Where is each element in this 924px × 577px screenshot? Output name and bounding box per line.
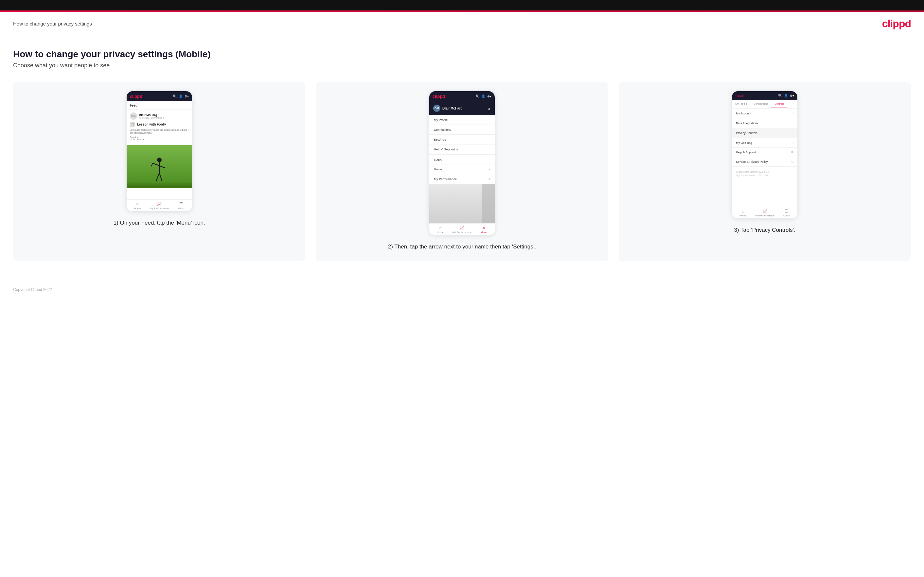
menu-connections[interactable]: Connections	[429, 125, 495, 135]
step-3-caption: 3) Tap ‘Privacy Controls’.	[734, 226, 795, 234]
profile-icon-2: 👤	[481, 95, 485, 98]
footer-3-home-label: Home	[740, 214, 746, 217]
footer-menu-label: Menu	[178, 207, 184, 210]
footer-3-menu[interactable]: ☰ Menu	[776, 209, 798, 217]
footer-3-home: ⌂ Home	[732, 209, 754, 217]
menu-my-profile[interactable]: My Profile	[429, 115, 495, 125]
search-icon-3: 🔍	[778, 94, 782, 97]
service-privacy-label: Service & Privacy Policy	[736, 160, 767, 163]
step-2-caption: 2) Then, tap the arrow next to your name…	[388, 243, 536, 251]
page-heading: How to change your privacy settings (Mob…	[13, 49, 911, 60]
menu-icon-3: ☰	[785, 209, 788, 213]
feed-post: BM Blair McHarg Yesterday · Sunningdale …	[127, 110, 192, 145]
phone-1-header: clippd 🔍 👤 ⊕▾	[127, 91, 192, 102]
page-footer: Copyright Clippd 2022	[0, 281, 924, 298]
post-desc: Looking to feel like my hands are exitin…	[130, 129, 189, 134]
settings-service-privacy[interactable]: Service & Privacy Policy ⧉	[732, 157, 797, 167]
step-3-card: < Back 🔍 👤 ⊕▾ My Profile Connections Set…	[619, 82, 911, 261]
help-support-label: Help & Support	[434, 147, 456, 151]
post-title-row: 📋 Lesson with Fordy	[130, 122, 189, 127]
profile-icon: 👤	[179, 95, 183, 98]
lesson-icon: 📋	[130, 122, 135, 127]
settings-icon: ⊕▾	[184, 95, 189, 98]
footer-2-menu-close[interactable]: ✕ Menu	[473, 226, 495, 234]
menu-performance-nav[interactable]: My Performance ▾	[429, 174, 495, 184]
post-user-name: Blair McHarg	[139, 113, 164, 117]
footer-3-menu-label: Menu	[783, 214, 790, 217]
logo: clippd	[882, 18, 911, 30]
footer-2-performance-label: My Performance	[452, 231, 472, 234]
page-subheading: Choose what you want people to see	[13, 62, 911, 69]
nav-home-label: Home	[434, 168, 442, 171]
phone-1-body: Feed BM Blair McHarg Yesterday · Sunning…	[127, 102, 192, 200]
performance-icon-2: 📈	[459, 226, 464, 230]
footer-home-label: Home	[134, 207, 141, 210]
back-button[interactable]: < Back	[735, 94, 745, 97]
settings-icon-3: ⊕▾	[790, 94, 794, 97]
phone-3-icons: 🔍 👤 ⊕▾	[778, 94, 794, 97]
tab-my-profile[interactable]: My Profile	[732, 100, 750, 108]
step-2-card: clippd 🔍 👤 ⊕▾ BM Blair McHarg	[316, 82, 608, 261]
menu-help-support[interactable]: Help & Support ⧉	[429, 145, 495, 155]
help-support-link-icon: ⧉	[456, 148, 458, 151]
phone-2-header: clippd 🔍 👤 ⊕▾	[429, 91, 495, 102]
performance-icon: 📈	[157, 202, 162, 206]
settings-my-account[interactable]: My Account ›	[732, 108, 797, 118]
footer-performance: 📈 My Performance	[148, 202, 170, 210]
settings-help-support[interactable]: Help & Support ⧉	[732, 148, 797, 157]
tab-connections[interactable]: Connections	[750, 100, 771, 108]
menu-user-row[interactable]: BM Blair McHarg ▲	[429, 102, 495, 115]
settings-tabs: My Profile Connections Settings	[732, 100, 797, 108]
svg-line-3	[151, 163, 153, 166]
settings-data-integrations[interactable]: Data Integrations ›	[732, 118, 797, 128]
feed-bar: Feed	[127, 102, 192, 110]
phone-2-icons: 🔍 👤 ⊕▾	[475, 95, 491, 98]
step-1-caption: 1) On your Feed, tap the ‘Menu’ icon.	[113, 219, 205, 227]
footer-2-home-label: Home	[437, 231, 444, 234]
post-lesson-title: Lesson with Fordy	[137, 122, 166, 126]
home-icon: ⌂	[136, 202, 138, 206]
golf-image	[127, 145, 192, 188]
home-icon-3: ⌂	[742, 209, 744, 213]
svg-line-5	[156, 173, 159, 181]
data-integrations-label: Data Integrations	[736, 122, 758, 125]
search-icon: 🔍	[173, 95, 177, 98]
menu-dropdown: BM Blair McHarg ▲ My Profile Connections…	[429, 102, 495, 184]
svg-point-0	[157, 158, 162, 162]
footer-3-performance-label: My Performance	[755, 214, 774, 217]
my-account-chevron: ›	[793, 111, 793, 115]
tab-settings[interactable]: Settings	[771, 100, 787, 108]
phone-1-icons: 🔍 👤 ⊕▾	[173, 95, 189, 98]
service-privacy-link-icon: ⧉	[792, 160, 793, 163]
privacy-controls-label: Privacy Controls	[736, 131, 758, 135]
phone-3-body: My Account › Data Integrations › Privacy…	[732, 108, 797, 206]
my-golf-bag-chevron: ›	[793, 141, 793, 145]
menu-logout[interactable]: Logout	[429, 155, 495, 164]
performance-icon-3: 📈	[762, 209, 767, 213]
phone-2-body: BM Blair McHarg ▲ My Profile Connections…	[429, 102, 495, 223]
settings-privacy-controls[interactable]: Privacy Controls ›	[732, 128, 797, 138]
settings-my-golf-bag[interactable]: My Golf Bag ›	[732, 138, 797, 148]
footer-menu[interactable]: ☰ Menu	[170, 202, 192, 210]
step-3-phone: < Back 🔍 👤 ⊕▾ My Profile Connections Set…	[732, 91, 797, 218]
menu-avatar: BM	[433, 105, 440, 112]
nav-performance-chevron: ▾	[489, 177, 490, 181]
step-1-phone: clippd 🔍 👤 ⊕▾ Feed BM Blair McHarg	[127, 91, 192, 211]
footer-performance-label: My Performance	[150, 207, 169, 210]
home-icon-2: ⌂	[439, 226, 441, 230]
phone-3-header: < Back 🔍 👤 ⊕▾	[732, 91, 797, 100]
menu-icon: ☰	[179, 202, 183, 206]
top-bar	[0, 0, 924, 10]
settings-icon-2: ⊕▾	[487, 95, 491, 98]
phone-2-logo: clippd	[433, 94, 445, 99]
svg-line-4	[159, 166, 165, 168]
phone-3-footer: ⌂ Home 📈 My Performance ☰ Menu	[732, 206, 797, 218]
data-integrations-chevron: ›	[793, 121, 793, 125]
menu-arrow-up: ▲	[488, 106, 491, 110]
menu-home-nav[interactable]: Home ▾	[429, 164, 495, 174]
svg-line-6	[159, 173, 162, 181]
post-user-sub: Yesterday · Sunningdale	[139, 117, 164, 119]
header-title: How to change your privacy settings	[13, 21, 92, 26]
post-user-info: Blair McHarg Yesterday · Sunningdale	[139, 113, 164, 119]
menu-settings[interactable]: Settings	[429, 135, 495, 145]
